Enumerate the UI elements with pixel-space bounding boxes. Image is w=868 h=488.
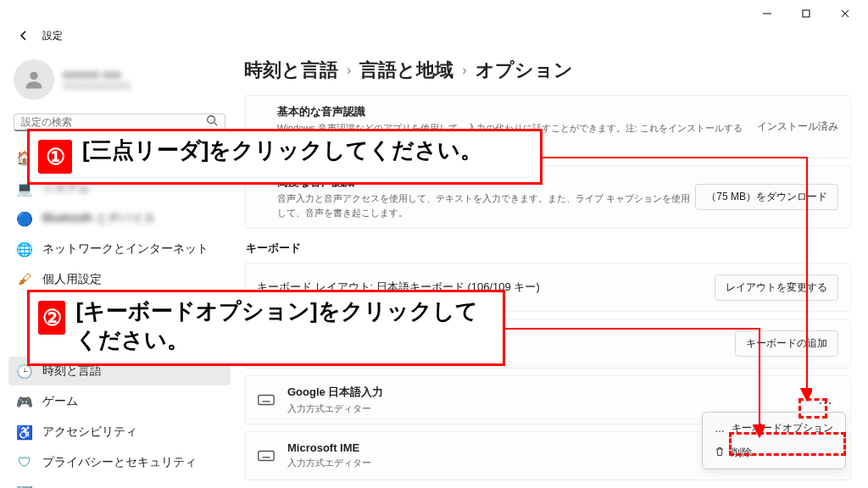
maximize-button[interactable] [787,0,826,27]
change-layout-button[interactable]: レイアウトを変更する [715,274,838,301]
svg-rect-1 [803,10,810,17]
search-icon [206,114,218,130]
back-button[interactable] [15,27,32,44]
svg-point-5 [208,116,215,124]
sidebar-item-gaming[interactable]: 🎮ゲーム [8,387,231,416]
account-block[interactable]: xxxxxx xxx XXXXXXXXXX [8,54,231,112]
keyboard-options-item[interactable]: … キーボードオプション [706,416,842,441]
basic-speech-status: インストール済み [757,119,838,134]
account-name: xxxxxx xxx [63,68,131,80]
ms-ime-sub: 入力方式エディター [287,456,371,470]
sidebar-item-privacy[interactable]: 🛡プライバシーとセキュリティ [8,448,231,477]
annotation-text-1: [三点リーダ]をクリックしてください。 [82,136,482,165]
annotation-badge-2: ② [38,301,65,335]
adv-speech-desc: 音声入力と音声アクセスを使用して、テキストを入力できます。また、ライブ キャプシ… [277,191,695,219]
chevron-right-icon: › [347,63,351,78]
trash-icon [715,446,725,459]
keyboard-section-title: キーボード [246,241,851,256]
ellipsis-icon: … [715,423,725,435]
svg-rect-7 [259,395,274,404]
bluetooth-icon: 🔵 [17,211,32,226]
accessibility-icon: ♿ [17,424,32,440]
window-titlebar [0,0,868,27]
sidebar-item-bluetooth[interactable]: 🔵Bluetooth とデバイス [8,204,231,233]
sidebar-item-windows-update[interactable]: 🔄Windows Update [8,479,231,488]
gaming-icon: 🎮 [17,394,32,409]
personalization-icon: 🖌 [17,272,32,287]
svg-rect-13 [259,452,274,461]
more-button[interactable]: … [813,387,838,413]
sidebar-item-network[interactable]: 🌐ネットワークとインターネット [8,235,231,263]
account-sub: XXXXXXXXXX [63,80,131,92]
search-input[interactable] [21,116,206,128]
network-icon: 🌐 [17,241,32,257]
sidebar-item-accessibility[interactable]: ♿アクセシビリティ [8,418,231,446]
close-button[interactable] [826,0,865,27]
delete-item[interactable]: 削除 [706,441,842,465]
breadcrumb-language-region[interactable]: 言語と地域 [359,58,453,83]
chevron-right-icon: › [462,63,466,78]
context-menu: … キーボードオプション 削除 [702,412,846,469]
keyboard-icon [257,446,275,465]
basic-speech-title: 基本的な音声認識 [277,104,757,119]
breadcrumb-time-language[interactable]: 時刻と言語 [244,58,338,83]
annotations-text-2: [キーボードオプション]をクリックしてください。 [75,297,494,355]
keyboard-options-label: キーボードオプション [732,421,833,435]
annotation-callout-1: ① [三点リーダ]をクリックしてください。 [27,129,542,185]
add-keyboard-button[interactable]: キーボードの追加 [735,330,838,357]
breadcrumb-options: オプション [476,58,573,83]
google-ime-title: Google 日本語入力 [287,385,383,400]
keyboard-icon [257,391,275,409]
sidebar: xxxxxx xxx XXXXXXXXXX 🏠ホーム 💻システム 🔵Blueto… [0,47,237,485]
app-title: 設定 [42,29,63,43]
svg-line-6 [214,123,218,126]
content-area: 時刻と言語 › 言語と地域 › オプション 基本的な音声認識 Windows 音… [237,47,868,485]
google-ime-sub: 入力方式エディター [287,402,383,416]
annotation-callout-2: ② [キーボードオプション]をクリックしてください。 [27,290,505,366]
annotation-badge-1: ① [38,140,72,174]
delete-label: 削除 [732,446,752,460]
minimize-button[interactable] [748,0,787,27]
breadcrumb: 時刻と言語 › 言語と地域 › オプション [244,58,851,83]
privacy-icon: 🛡 [17,455,32,470]
ms-ime-title: Microsoft IME [287,441,371,454]
svg-point-4 [30,72,37,80]
time-language-icon: 🕒 [17,363,32,379]
avatar-icon [14,59,54,100]
download-button[interactable]: （75 MB）をダウンロード [695,184,838,210]
